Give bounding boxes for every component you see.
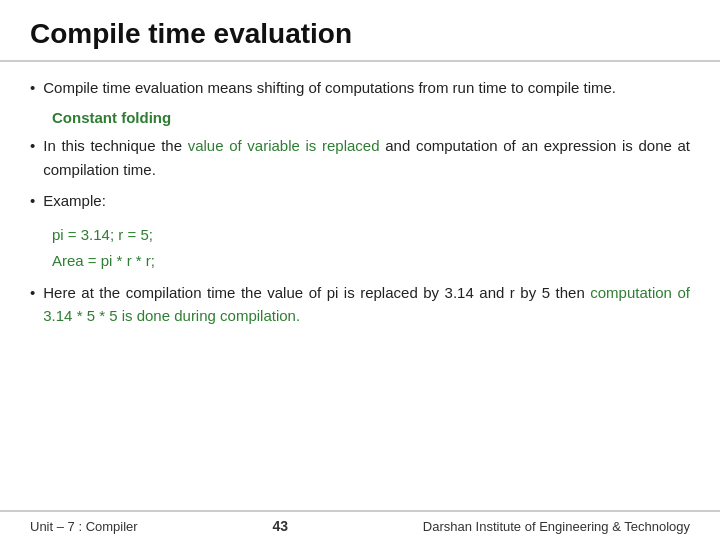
bullet-1: • Compile time evaluation means shifting… bbox=[30, 76, 690, 99]
bullet-dot-4: • bbox=[30, 284, 35, 301]
slide-header: Compile time evaluation bbox=[0, 0, 720, 62]
bullet-4-before: Here at the compilation time the value o… bbox=[43, 284, 590, 301]
bullet-2-highlight: value of variable is replaced bbox=[188, 137, 380, 154]
bullet-2-text: In this technique the value of variable … bbox=[43, 134, 690, 181]
bullet-2: • In this technique the value of variabl… bbox=[30, 134, 690, 181]
code-block: pi = 3.14; r = 5; Area = pi * r * r; bbox=[52, 222, 690, 273]
bullet-3: • Example: bbox=[30, 189, 690, 212]
example-label: Example: bbox=[43, 192, 106, 209]
slide: Compile time evaluation • Compile time e… bbox=[0, 0, 720, 540]
bullet-1-text: Compile time evaluation means shifting o… bbox=[43, 76, 616, 99]
slide-title: Compile time evaluation bbox=[30, 18, 690, 50]
bullet-4-text: Here at the compilation time the value o… bbox=[43, 281, 690, 328]
slide-footer: Unit – 7 : Compiler 43 Darshan Institute… bbox=[0, 510, 720, 540]
bullet-dot-2: • bbox=[30, 137, 35, 154]
bullet-2-before: In this technique the bbox=[43, 137, 187, 154]
bullet-3-text: Example: bbox=[43, 189, 106, 212]
code-line-2: Area = pi * r * r; bbox=[52, 248, 690, 274]
slide-content: • Compile time evaluation means shifting… bbox=[0, 62, 720, 510]
constant-folding-label: Constant folding bbox=[52, 109, 690, 126]
footer-center: 43 bbox=[272, 518, 288, 534]
footer-right: Darshan Institute of Engineering & Techn… bbox=[423, 519, 690, 534]
code-line-1: pi = 3.14; r = 5; bbox=[52, 222, 690, 248]
bullet-dot-1: • bbox=[30, 79, 35, 96]
footer-left: Unit – 7 : Compiler bbox=[30, 519, 138, 534]
bullet-4: • Here at the compilation time the value… bbox=[30, 281, 690, 328]
bullet-dot-3: • bbox=[30, 192, 35, 209]
